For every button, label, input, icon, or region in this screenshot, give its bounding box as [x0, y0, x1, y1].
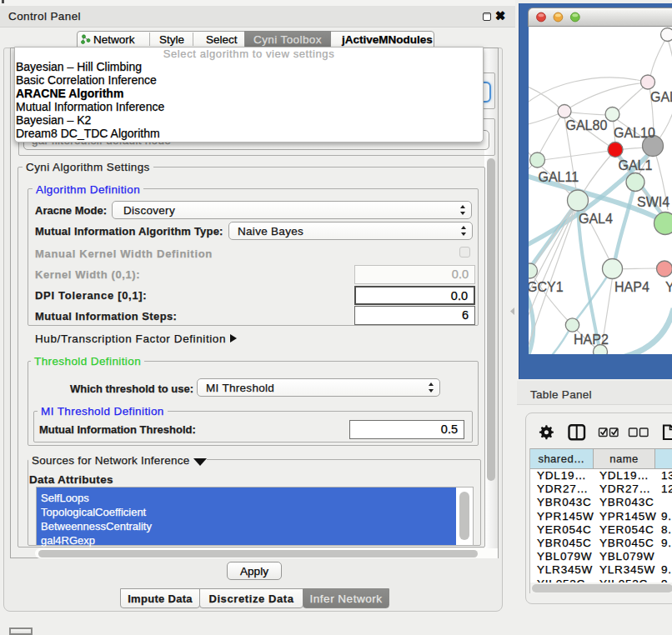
- svg-text:HAP2: HAP2: [574, 332, 609, 347]
- svg-text:GAL1: GAL1: [619, 158, 653, 172]
- svg-text:GAL80: GAL80: [566, 118, 608, 132]
- svg-text:SWI4: SWI4: [637, 195, 669, 209]
- svg-text:HAP4: HAP4: [614, 280, 649, 294]
- svg-text:GAL: GAL: [650, 90, 672, 104]
- svg-text:GAL4: GAL4: [579, 212, 613, 226]
- svg-text:Y: Y: [665, 280, 672, 294]
- svg-text:GCY1: GCY1: [529, 280, 564, 294]
- svg-text:GAL11: GAL11: [539, 170, 579, 184]
- svg-text:GAL10: GAL10: [614, 126, 655, 140]
